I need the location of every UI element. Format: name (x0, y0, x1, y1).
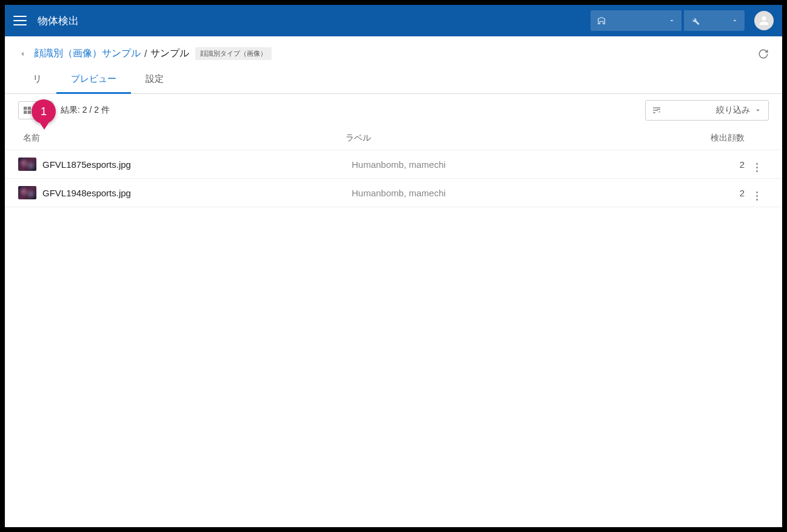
row-filename: GFVL1948esports.jpg (42, 188, 352, 198)
filter-label: 絞り込み (716, 105, 750, 116)
table-header: 名前 ラベル 検出顔数 (5, 127, 782, 150)
main-content: 顔識別（画像）サンプル / サンプル 顔識別タイプ（画像） リ プレビュー 設定… (5, 36, 782, 527)
hamburger-menu-icon[interactable] (13, 16, 27, 25)
row-labels: Humanbomb, mamechi (352, 188, 684, 198)
refresh-button[interactable] (758, 48, 769, 59)
toolbar: 結果: 2 / 2 件 絞り込み (5, 94, 782, 127)
breadcrumb-type-tag: 顔識別タイプ（画像） (195, 47, 272, 60)
row-actions-menu[interactable] (745, 185, 769, 201)
filter-button[interactable]: 絞り込み (645, 100, 769, 121)
row-filename: GFVL1875esports.jpg (42, 159, 352, 170)
column-header-label[interactable]: ラベル (346, 133, 684, 144)
caret-down-icon (668, 17, 675, 24)
breadcrumb-current: サンプル (150, 47, 189, 60)
svg-rect-0 (24, 107, 27, 110)
refresh-icon (758, 48, 769, 59)
tab-settings[interactable]: 設定 (131, 66, 178, 94)
result-count: 結果: 2 / 2 件 (61, 105, 110, 116)
org-selector[interactable] (591, 10, 682, 31)
building-icon (597, 16, 606, 25)
svg-rect-2 (24, 111, 27, 114)
column-header-name[interactable]: 名前 (18, 133, 346, 144)
svg-rect-1 (28, 107, 31, 110)
app-header: 物体検出 (5, 5, 782, 36)
chevron-left-icon (18, 50, 27, 58)
table-row[interactable]: GFVL1875esports.jpg Humanbomb, mamechi 2 (5, 150, 782, 179)
breadcrumb-separator: / (144, 48, 147, 59)
more-vertical-icon (756, 163, 758, 172)
user-avatar[interactable] (754, 11, 774, 30)
tab-list[interactable]: リ (18, 66, 56, 94)
breadcrumb: 顔識別（画像）サンプル / サンプル 顔識別タイプ（画像） (5, 36, 782, 66)
row-thumbnail (18, 186, 36, 199)
callout-number: 1 (32, 99, 56, 124)
tune-icon (652, 105, 661, 115)
breadcrumb-parent-link[interactable]: 顔識別（画像）サンプル (34, 47, 141, 60)
tool-selector[interactable] (684, 10, 745, 31)
row-face-count: 2 (684, 188, 745, 198)
caret-down-icon (731, 17, 738, 24)
row-actions-menu[interactable] (745, 156, 769, 172)
app-title: 物体検出 (38, 14, 79, 28)
wrench-icon (690, 16, 700, 25)
chevron-down-icon (754, 106, 762, 115)
column-header-count[interactable]: 検出顔数 (684, 133, 745, 144)
row-labels: Humanbomb, mamechi (352, 159, 684, 170)
row-thumbnail (18, 158, 36, 171)
tabs: リ プレビュー 設定 (5, 66, 782, 94)
user-icon (757, 14, 771, 27)
svg-rect-3 (28, 111, 31, 114)
grid-icon (22, 105, 32, 115)
tab-preview[interactable]: プレビュー (56, 66, 131, 94)
table-row[interactable]: GFVL1948esports.jpg Humanbomb, mamechi 2 (5, 179, 782, 207)
callout-marker-1: 1 (32, 99, 57, 131)
more-vertical-icon (756, 191, 758, 201)
breadcrumb-back[interactable] (18, 50, 27, 58)
row-face-count: 2 (684, 159, 745, 170)
